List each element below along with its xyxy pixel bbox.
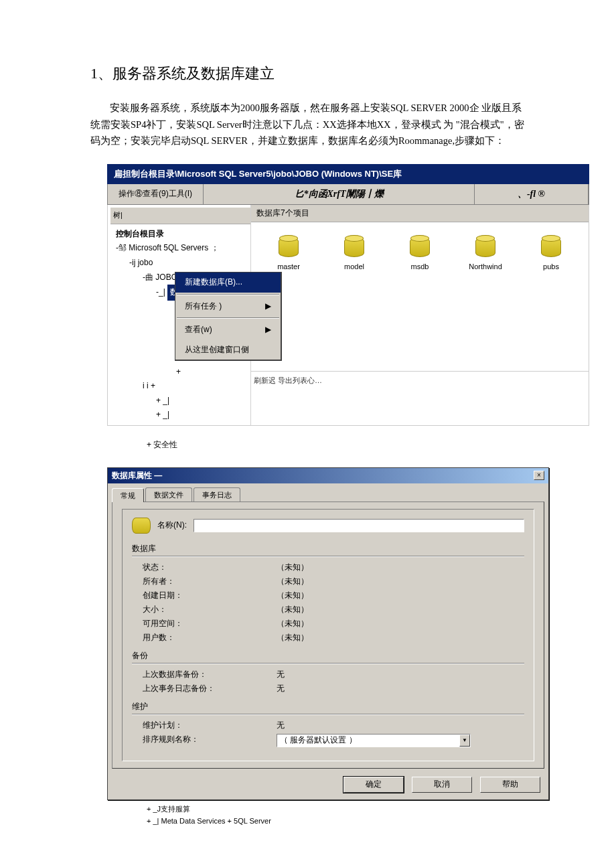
collation-select[interactable]: （ 服务器默认设置 ） ▼ (277, 734, 471, 747)
db-item-master[interactable]: master (267, 237, 310, 271)
context-all-tasks[interactable]: 所有任务 )▶ (175, 297, 281, 317)
dialog-titlebar: 数据库属性 — × (108, 468, 548, 483)
db-icon-row: master model msdb Northwind pubs (251, 222, 589, 277)
row-users: 用户数：（未知） (132, 631, 524, 645)
tree-plus-row[interactable]: + _| (110, 408, 250, 422)
row-owner: 所有者：（未知） (132, 574, 524, 589)
list-bottom-actions[interactable]: 刷新迟 导出列表心… (251, 371, 589, 387)
row-lastdb: 上次数据库备份：无 (132, 668, 524, 682)
tree-node-group[interactable]: -ij jobo (110, 256, 250, 271)
context-new-window[interactable]: 从这里创建窗口侧 (175, 340, 281, 360)
row-created: 创建日期：（未知） (132, 589, 524, 603)
tree-plus-row[interactable]: + _| (110, 394, 250, 408)
database-icon (279, 237, 299, 257)
db-item-northwind[interactable]: Northwind (464, 237, 507, 271)
row-lastlog: 上次事务日志备份：无 (132, 682, 524, 696)
help-button[interactable]: 帮助 (480, 777, 540, 793)
chevron-down-icon[interactable]: ▼ (459, 735, 470, 747)
row-plan: 维护计划：无 (132, 718, 524, 732)
doc-heading: 1、服务器系统及数据库建立 (90, 64, 526, 84)
db-properties-dialog: 数据库属性 — × 常规 数据文件 事务日志 名称(N): 数据库 状态：（未知… (107, 467, 549, 800)
list-header: 数据库7个项目 (251, 205, 589, 222)
name-label: 名称(N): (157, 520, 187, 531)
dialog-tabs[interactable]: 常规 数据文件 事务日志 (108, 483, 548, 501)
database-icon (410, 237, 430, 257)
tree-root[interactable]: 控制台根目录 (110, 227, 250, 242)
menu-left[interactable]: 操作⑧查看(9)工具(I) (108, 184, 204, 204)
tab-translog[interactable]: 事务日志 (194, 487, 240, 501)
tab-general[interactable]: 常规 (112, 488, 144, 502)
section-maint-header: 维护 (132, 698, 524, 714)
ok-button[interactable]: 确定 (343, 777, 404, 793)
stray-tree-text-1: + 安全性 (147, 438, 526, 453)
context-new-database[interactable]: 新建数据库(B)... (175, 273, 281, 293)
database-icon (132, 518, 151, 534)
chevron-right-icon: ▶ (265, 323, 271, 337)
window-titlebar: 扁担制台根目录\Microsoft SQL Server5\jobo\JOBO … (107, 164, 589, 184)
row-size: 大小：（未知） (132, 603, 524, 617)
tree-plus-row[interactable]: i i + (110, 379, 250, 394)
dialog-title: 数据库属性 — (112, 470, 534, 481)
close-button[interactable]: × (534, 471, 544, 480)
doc-paragraph: 安装服务器系统，系统版本为2000服务器版，然在服务器上安装SQL SERVER… (90, 100, 526, 149)
stray-tree-text-2: + _J支持服算 + _| Meta Data Services + 5QL S… (147, 803, 526, 828)
context-menu[interactable]: 新建数据库(B)... 所有任务 )▶ 查看(w)▶ 从这里创建窗口侧 (175, 272, 282, 361)
tree-node-servers[interactable]: -邹 Microsoft 5QL Servers ； (110, 241, 250, 256)
collation-value: （ 服务器默认设置 ） (280, 735, 357, 746)
row-collate: 排序规则名称： （ 服务器默认设置 ） ▼ (132, 732, 524, 749)
row-avail: 可用空间：（未知） (132, 617, 524, 631)
enterprise-manager-window: 扁担制台根目录\Microsoft SQL Server5\jobo\JOBO … (107, 164, 589, 426)
chevron-right-icon: ▶ (265, 299, 271, 314)
tree-header: 树| (110, 208, 250, 224)
cancel-button[interactable]: 取消 (412, 777, 472, 793)
context-view[interactable]: 查看(w)▶ (175, 320, 281, 340)
database-icon (541, 237, 561, 257)
tree-pane[interactable]: 树| 控制台根目录 -邹 Microsoft 5QL Servers ； -ij… (108, 205, 251, 425)
row-status: 状态：（未知） (132, 560, 524, 574)
menubar[interactable]: 操作⑧查看(9)工具(I) 匕*向函XrfT闡陽丨爍 、-fl ® (107, 184, 589, 205)
tree-plus-row[interactable]: + (110, 365, 250, 380)
db-item-pubs[interactable]: pubs (530, 237, 572, 271)
tab-datafiles[interactable]: 数据文件 (145, 487, 192, 501)
menu-right: 、-fl ® (475, 184, 589, 204)
tree-prefix: -_| (156, 287, 165, 297)
section-db-header: 数据库 (132, 540, 524, 556)
db-name-input[interactable] (194, 519, 524, 532)
db-item-msdb[interactable]: msdb (398, 237, 441, 271)
section-backup-header: 备份 (132, 647, 524, 664)
menu-mid: 匕*向函XrfT闡陽丨爍 (204, 184, 475, 204)
database-icon (344, 237, 364, 257)
list-pane[interactable]: 数据库7个项目 master model msdb Northwind pubs… (251, 205, 589, 425)
db-item-model[interactable]: model (333, 237, 376, 271)
database-icon (475, 237, 495, 257)
